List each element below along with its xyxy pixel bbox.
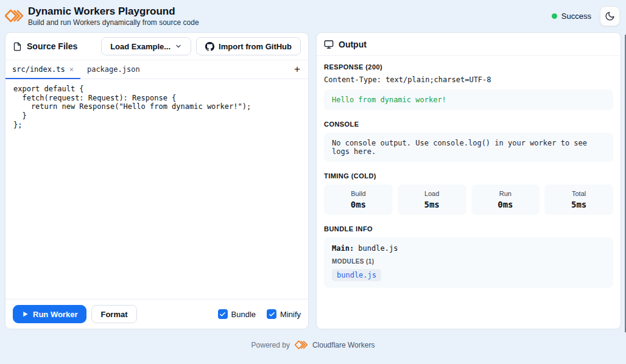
- status-badge: Success: [552, 12, 591, 21]
- cloudflare-workers-label: Cloudflare Workers: [312, 341, 375, 349]
- timing-label: Run: [475, 190, 536, 197]
- response-content-type: Content-Type: text/plain;charset=UTF-8: [324, 75, 613, 84]
- source-files-title: Source Files: [27, 41, 77, 51]
- tab-label: src/index.ts: [12, 65, 65, 74]
- page-subtitle: Build and run Workers dynamically from s…: [28, 18, 199, 27]
- page-title: Dynamic Workers Playground: [28, 5, 199, 18]
- run-worker-button[interactable]: Run Worker: [13, 305, 86, 323]
- import-github-label: Import from GitHub: [219, 42, 292, 51]
- main-content: Source Files Load Example... Import from: [5, 32, 621, 329]
- console-empty-message: No console output. Use console.log() in …: [324, 133, 613, 162]
- run-worker-label: Run Worker: [33, 310, 77, 319]
- file-icon: [13, 42, 22, 51]
- module-link-bundle-js[interactable]: bundle.js: [332, 269, 381, 281]
- status-label: Success: [561, 12, 591, 21]
- tab-label: package.json: [87, 65, 140, 74]
- bundle-main-label: Main:: [332, 244, 354, 253]
- load-example-label: Load Example...: [110, 42, 171, 51]
- bundle-info-heading: BUNDLE INFO: [324, 225, 613, 233]
- timing-value: 0ms: [475, 200, 536, 209]
- checkbox-checked-icon: [218, 309, 228, 319]
- bundle-info-section: BUNDLE INFO Main: bundle.js MODULES (1) …: [324, 225, 613, 288]
- timing-label: Total: [548, 190, 610, 197]
- cloudflare-logo-icon: [295, 338, 308, 351]
- response-body: Hello from dynamic worker!: [324, 89, 613, 110]
- play-icon: [22, 310, 29, 318]
- format-label: Format: [100, 310, 127, 319]
- timing-value: 5ms: [401, 200, 463, 209]
- brand: Dynamic Workers Playground Build and run…: [5, 5, 199, 27]
- timing-card-run: Run 0ms: [471, 184, 540, 215]
- bundle-main-value: bundle.js: [358, 244, 398, 253]
- timing-label: Load: [401, 190, 463, 197]
- bundle-checkbox[interactable]: Bundle: [218, 309, 256, 319]
- chevron-down-icon: [175, 43, 182, 50]
- minify-label: Minify: [280, 310, 301, 319]
- status-dot-icon: [552, 13, 557, 19]
- console-heading: CONSOLE: [324, 121, 613, 128]
- file-tabbar: src/index.ts × package.json +: [5, 60, 308, 79]
- github-icon: [205, 42, 214, 51]
- timing-card-load: Load 5ms: [398, 184, 466, 215]
- tab-src-index-ts[interactable]: src/index.ts ×: [5, 60, 80, 79]
- output-title: Output: [339, 40, 367, 49]
- monitor-icon: [324, 40, 334, 49]
- checkbox-checked-icon: [267, 309, 276, 319]
- editor-toolbar: Run Worker Format Bundle Minify: [5, 299, 308, 329]
- timing-value: 0ms: [328, 200, 389, 209]
- timing-section: TIMING (COLD) Build 0ms Load 5ms Run 0ms: [324, 172, 613, 215]
- add-file-button[interactable]: +: [286, 60, 308, 79]
- format-button[interactable]: Format: [91, 305, 136, 323]
- load-example-dropdown[interactable]: Load Example...: [101, 37, 191, 55]
- timing-value: 5ms: [548, 200, 610, 209]
- moon-icon: [605, 11, 615, 21]
- footer: Powered by Cloudflare Workers: [0, 338, 626, 351]
- response-heading: RESPONSE (200): [324, 63, 613, 71]
- bundle-label: Bundle: [231, 310, 256, 319]
- modules-heading: MODULES (1): [332, 258, 605, 265]
- console-section: CONSOLE No console output. Use console.l…: [324, 121, 613, 162]
- code-editor[interactable]: export default { fetch(request: Request)…: [5, 79, 308, 299]
- import-from-github-button[interactable]: Import from GitHub: [196, 37, 301, 55]
- close-tab-icon[interactable]: ×: [69, 66, 74, 73]
- tab-package-json[interactable]: package.json: [80, 60, 147, 79]
- app-header: Dynamic Workers Playground Build and run…: [0, 0, 626, 30]
- output-panel: Output RESPONSE (200) Content-Type: text…: [316, 32, 621, 329]
- timing-card-total: Total 5ms: [544, 184, 613, 215]
- source-files-panel: Source Files Load Example... Import from: [5, 32, 309, 329]
- timing-label: Build: [328, 190, 389, 197]
- minify-checkbox[interactable]: Minify: [267, 309, 301, 319]
- response-section: RESPONSE (200) Content-Type: text/plain;…: [324, 63, 613, 110]
- timing-heading: TIMING (COLD): [324, 172, 613, 180]
- dark-mode-toggle-button[interactable]: [600, 6, 620, 26]
- workers-logo-icon: [5, 7, 23, 25]
- bundle-main-line: Main: bundle.js: [332, 244, 605, 253]
- timing-card-build: Build 0ms: [324, 184, 393, 215]
- powered-by-label: Powered by: [251, 341, 290, 349]
